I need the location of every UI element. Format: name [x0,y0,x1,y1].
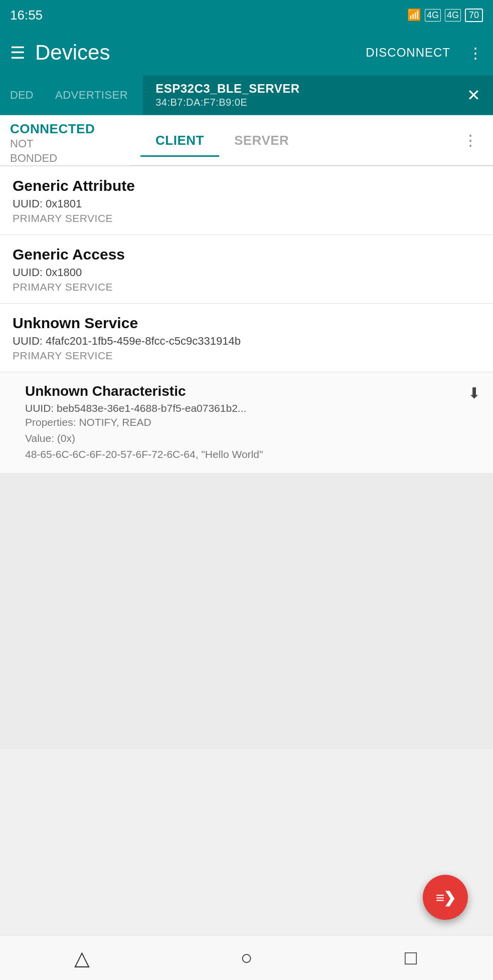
active-device-tab[interactable]: ESP32C3_BLE_SERVER 34:B7:DA:F7:B9:0E ✕ [143,75,493,115]
close-tab-button[interactable]: ✕ [464,83,483,107]
recents-button[interactable]: □ [391,943,431,973]
service-uuid: UUID: 0x1801 [13,197,480,210]
partial-tab[interactable]: DED [0,75,40,115]
recents-icon: □ [405,946,417,969]
back-icon: △ [74,946,90,969]
connected-label: CONNECTED [10,121,120,137]
active-tab-info: ESP32C3_BLE_SERVER 34:B7:DA:F7:B9:0E [155,82,299,108]
service-uuid: UUID: 4fafc201-1fb5-459e-8fcc-c5c9c33191… [13,335,480,348]
sub-tab-bar: CLIENT SERVER ⋮ [130,115,493,165]
bottom-nav: △ ○ □ [0,935,493,980]
characteristic-properties: Properties: NOTIFY, READ [25,416,480,428]
status-icons: 📶 4G 4G 70 [407,9,483,22]
status-time: 16:55 [10,8,43,23]
services-list: Generic Attribute UUID: 0x1801 PRIMARY S… [0,166,493,473]
characteristic-uuid: UUID: beb5483e-36e1-4688-b7f5-ea07361b2.… [25,402,480,414]
tab-server[interactable]: SERVER [219,124,304,157]
download-icon[interactable]: ⬇ [468,384,480,402]
status-bar: 16:55 📶 4G 4G 70 [0,0,493,30]
service-uuid: UUID: 0x1800 [13,266,480,279]
characteristic-name: Unknown Characteristic [25,383,186,399]
empty-area [0,473,493,749]
service-type: PRIMARY SERVICE [13,350,480,362]
service-type: PRIMARY SERVICE [13,212,480,224]
back-button[interactable]: △ [62,943,102,973]
more-options-icon[interactable]: ⋮ [468,44,483,62]
service-name: Unknown Service [13,315,480,332]
service-item[interactable]: Generic Access UUID: 0x1800 PRIMARY SERV… [0,235,493,304]
wifi-icon: 📶 [407,9,421,22]
advertiser-tab[interactable]: ADVERTISER [40,75,143,115]
connection-row: CONNECTED NOTBONDED CLIENT SERVER ⋮ [0,115,493,166]
home-icon: ○ [240,946,252,969]
signal-4g-icon: 4G [425,9,441,22]
service-type: PRIMARY SERVICE [13,281,480,293]
characteristic-header: Unknown Characteristic ⬇ [25,383,480,402]
service-name: Generic Access [13,246,480,263]
tab-client[interactable]: CLIENT [140,124,219,157]
characteristic-item[interactable]: Unknown Characteristic ⬇ UUID: beb5483e-… [0,372,493,473]
connection-status-area: CONNECTED NOTBONDED [0,115,130,165]
home-button[interactable]: ○ [226,943,266,973]
service-name: Generic Attribute [13,177,480,194]
service-item[interactable]: Unknown Service UUID: 4fafc201-1fb5-459e… [0,304,493,372]
app-title: Devices [35,41,356,65]
characteristic-value: Value: (0x) 48-65-6C-6C-6F-20-57-6F-72-6… [25,430,480,462]
bonded-label: NOTBONDED [10,137,120,165]
fab-icon: ≡❯ [436,889,455,906]
service-item[interactable]: Generic Attribute UUID: 0x1801 PRIMARY S… [0,166,493,235]
battery-icon: 70 [465,9,483,22]
app-bar: ☰ Devices DISCONNECT ⋮ [0,30,493,75]
signal-4g-2-icon: 4G [445,9,461,22]
sub-tab-more-icon[interactable]: ⋮ [458,126,483,154]
disconnect-button[interactable]: DISCONNECT [366,46,450,60]
connection-status: CONNECTED NOTBONDED [10,121,120,165]
hamburger-menu-icon[interactable]: ☰ [10,44,25,61]
device-tab-bar: DED ADVERTISER ESP32C3_BLE_SERVER 34:B7:… [0,75,493,115]
fab-button[interactable]: ≡❯ [423,875,468,920]
